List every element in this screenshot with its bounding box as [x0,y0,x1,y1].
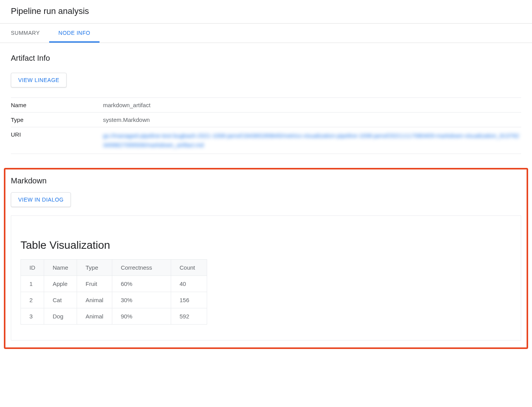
cell-correctness: 90% [112,308,171,325]
cell-count: 592 [171,308,207,325]
info-row-uri: URI gs://managed-pipeline-test-bugbash-2… [11,127,521,154]
markdown-heading: Markdown [11,176,521,185]
col-header-id: ID [21,260,44,276]
cell-name: Dog [44,308,77,325]
info-label-name: Name [11,98,103,113]
col-header-name: Name [44,260,77,276]
markdown-card: Table Visualization ID Name Type Correct… [11,215,521,340]
info-value-uri: gs://managed-pipeline-test-bugbash-2021-… [103,127,521,154]
col-header-correctness: Correctness [112,260,171,276]
cell-type: Animal [77,292,112,308]
view-lineage-button[interactable]: VIEW LINEAGE [11,73,67,87]
info-label-type: Type [11,113,103,127]
cell-id: 3 [21,308,44,325]
cell-type: Fruit [77,276,112,292]
uri-blurred-text: gs://managed-pipeline-test-bugbash-2021-… [103,131,521,150]
tab-node-info[interactable]: NODE INFO [49,24,100,43]
info-value-type: system.Markdown [103,113,521,127]
table-row: 1 Apple Fruit 60% 40 [21,276,207,292]
table-header-row: ID Name Type Correctness Count [21,260,207,276]
table-row: 2 Cat Animal 30% 156 [21,292,207,308]
artifact-info-table: Name markdown_artifact Type system.Markd… [11,97,521,154]
col-header-count: Count [171,260,207,276]
cell-name: Cat [44,292,77,308]
artifact-info-heading: Artifact Info [11,54,521,63]
info-label-uri: URI [11,127,103,154]
visualization-table: ID Name Type Correctness Count 1 Apple F… [21,259,207,325]
info-row-name: Name markdown_artifact [11,98,521,113]
cell-count: 156 [171,292,207,308]
info-value-name: markdown_artifact [103,98,521,113]
cell-correctness: 30% [112,292,171,308]
table-row: 3 Dog Animal 90% 592 [21,308,207,325]
view-in-dialog-button[interactable]: VIEW IN DIALOG [11,192,71,207]
markdown-highlight-box: Markdown VIEW IN DIALOG Table Visualizat… [4,168,528,349]
cell-name: Apple [44,276,77,292]
tab-summary[interactable]: SUMMARY [11,24,49,43]
cell-type: Animal [77,308,112,325]
cell-id: 2 [21,292,44,308]
cell-count: 40 [171,276,207,292]
tabs-bar: SUMMARY NODE INFO [0,23,532,43]
cell-correctness: 60% [112,276,171,292]
table-visualization-title: Table Visualization [21,239,511,251]
col-header-type: Type [77,260,112,276]
cell-id: 1 [21,276,44,292]
page-title: Pipeline run analysis [0,0,532,23]
info-row-type: Type system.Markdown [11,113,521,127]
